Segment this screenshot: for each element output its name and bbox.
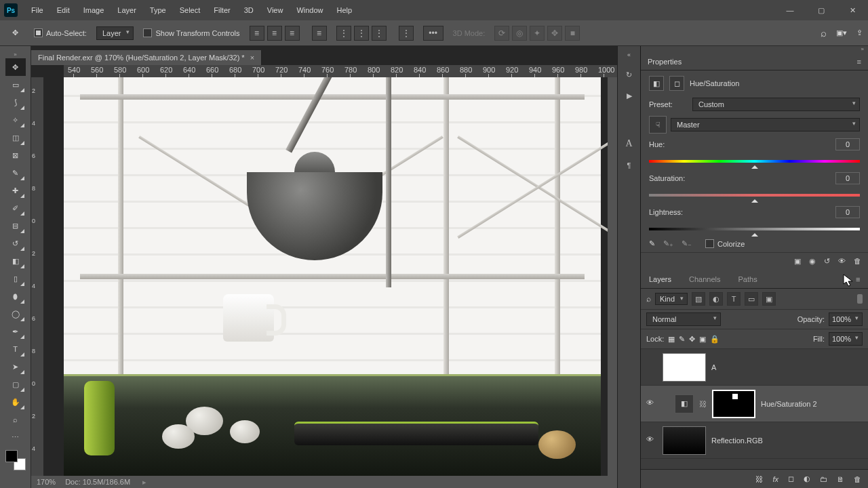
active-tool-icon[interactable]: ✥ — [5, 24, 24, 43]
screen-mode-icon[interactable]: ▣▾ — [836, 28, 847, 37]
distribute-bottom-icon[interactable]: ⋮ — [372, 26, 387, 41]
align-center-h-icon[interactable]: ≡ — [267, 26, 282, 41]
lock-position-icon[interactable]: ✥ — [689, 335, 695, 344]
tab-layers[interactable]: Layers — [641, 271, 679, 287]
clip-to-layer-icon[interactable]: ▣ — [794, 257, 801, 266]
tool-path-sel[interactable]: ➤ — [5, 358, 26, 375]
tool-spot-heal[interactable]: ✚ — [5, 182, 26, 199]
align-right-icon[interactable]: ≡ — [285, 26, 300, 41]
view-previous-icon[interactable]: ◉ — [809, 257, 816, 266]
fill-value[interactable]: 100% — [829, 332, 863, 346]
panels-collapse-icon[interactable]: » — [641, 46, 868, 53]
menu-image[interactable]: Image — [77, 3, 111, 17]
tab-channels[interactable]: Channels — [681, 271, 728, 287]
menu-type[interactable]: Type — [143, 3, 173, 17]
menu-select[interactable]: Select — [173, 3, 208, 17]
properties-panel-tab[interactable]: Properties≡ — [641, 53, 868, 70]
menu-file[interactable]: File — [24, 3, 50, 17]
tool-crop[interactable]: ◫ — [5, 129, 26, 146]
window-maximize-button[interactable]: ▢ — [806, 0, 837, 20]
tool-blur[interactable]: ⬮ — [5, 287, 26, 305]
align-top-icon[interactable]: ≡ — [312, 26, 327, 41]
ruler-vertical[interactable]: 246802468024 — [31, 77, 43, 476]
menu-3d[interactable]: 3D — [237, 3, 260, 17]
canvas[interactable] — [43, 77, 608, 476]
tool-eraser[interactable]: ◧ — [5, 252, 26, 270]
layer-fx-icon[interactable]: fx — [772, 475, 778, 483]
align-more-icon[interactable]: ••• — [423, 26, 443, 41]
distribute-v-icon[interactable]: ⋮ — [399, 26, 414, 41]
delete-layer-icon[interactable]: 🗑 — [854, 475, 861, 483]
hue-slider[interactable] — [649, 155, 860, 167]
mask-thumbnail[interactable] — [712, 390, 755, 418]
visibility-icon[interactable] — [646, 362, 657, 373]
link-icon[interactable]: ⛓ — [699, 400, 707, 408]
eyedropper-sub-icon[interactable]: ✎₋ — [682, 239, 692, 248]
menu-filter[interactable]: Filter — [207, 3, 237, 17]
filter-type-icon[interactable]: T — [727, 292, 741, 306]
filter-toggle[interactable] — [857, 294, 863, 304]
colorize-checkbox[interactable]: Colorize — [705, 239, 745, 248]
filter-kind-dropdown[interactable]: Kind — [655, 293, 688, 305]
color-swatches[interactable] — [5, 450, 26, 470]
tool-eyedropper[interactable]: ✎ — [5, 164, 26, 182]
layers-menu-icon[interactable]: ≡ — [848, 271, 864, 287]
eyedropper-icon[interactable]: ✎ — [649, 239, 655, 248]
distribute-center-icon[interactable]: ⋮ — [354, 26, 369, 41]
tool-history-brush[interactable]: ↺ — [5, 235, 26, 252]
toolbox-expand-icon[interactable]: » — [0, 52, 31, 58]
layer-name[interactable]: A — [711, 363, 716, 371]
opacity-value[interactable]: 100% — [829, 312, 863, 326]
menu-layer[interactable]: Layer — [111, 3, 143, 17]
targeted-adjust-icon[interactable]: ☟ — [649, 116, 667, 134]
link-layers-icon[interactable]: ⛓ — [755, 475, 763, 483]
lightness-value[interactable]: 0 — [835, 206, 860, 218]
tool-magic-wand[interactable]: ✧ — [5, 111, 26, 129]
lightness-slider[interactable] — [649, 223, 860, 235]
filter-smart-icon[interactable]: ▣ — [762, 292, 776, 306]
preset-dropdown[interactable]: Custom — [692, 98, 860, 111]
channel-dropdown[interactable]: Master — [671, 118, 860, 131]
layer-row[interactable]: A — [641, 349, 868, 386]
tool-dodge[interactable]: ◯ — [5, 305, 26, 323]
collapse-left-icon[interactable]: « — [627, 52, 631, 58]
new-group-icon[interactable]: 🗀 — [820, 475, 827, 483]
layer-thumbnail[interactable] — [663, 426, 706, 455]
menu-view[interactable]: View — [260, 3, 290, 17]
adjustment-thumbnail[interactable]: ◧ — [675, 394, 694, 413]
hue-value[interactable]: 0 — [835, 138, 860, 150]
menu-help[interactable]: Help — [330, 3, 359, 17]
saturation-slider[interactable] — [649, 189, 860, 201]
tool-hand[interactable]: ✋ — [5, 393, 26, 411]
zoom-readout[interactable]: 170% — [37, 478, 56, 486]
history-panel-icon[interactable]: ↻ — [626, 70, 632, 79]
menu-window[interactable]: Window — [290, 3, 330, 17]
info-chevron-icon[interactable]: ▸ — [142, 478, 146, 487]
lock-paint-icon[interactable]: ✎ — [679, 335, 685, 344]
lock-artboard-icon[interactable]: ▣ — [699, 335, 706, 344]
close-tab-icon[interactable]: × — [250, 54, 254, 62]
menu-edit[interactable]: Edit — [50, 3, 77, 17]
blend-mode-dropdown[interactable]: Normal — [646, 312, 721, 326]
actions-panel-icon[interactable]: ▶ — [627, 92, 632, 100]
ruler-horizontal[interactable]: 5405605806006206406606807007207407607808… — [64, 65, 617, 77]
visibility-icon[interactable]: 👁 — [646, 435, 657, 446]
layer-name[interactable]: Hue/Saturation 2 — [761, 400, 817, 408]
tool-rect-marquee[interactable]: ▭ — [5, 76, 26, 94]
eyedropper-add-icon[interactable]: ✎₊ — [663, 239, 673, 248]
lock-pixels-icon[interactable]: ▦ — [668, 335, 675, 344]
docsize-readout[interactable]: Doc: 10.5M/186.6M — [65, 478, 130, 486]
tool-frame[interactable]: ⊠ — [5, 146, 26, 164]
search-icon[interactable]: ⌕ — [821, 27, 827, 39]
tab-paths[interactable]: Paths — [730, 271, 766, 287]
filter-shape-icon[interactable]: ▭ — [745, 292, 758, 306]
align-left-icon[interactable]: ≡ — [250, 26, 264, 41]
tool-move[interactable]: ✥ — [5, 58, 26, 76]
tool-more[interactable]: ⋯ — [5, 428, 26, 446]
visibility-icon[interactable]: 👁 — [646, 399, 657, 409]
vertical-scrollbar[interactable] — [608, 77, 617, 476]
distribute-top-icon[interactable]: ⋮ — [336, 26, 351, 41]
auto-select-checkbox[interactable]: Auto-Select: — [34, 28, 87, 37]
new-layer-icon[interactable]: 🗎 — [837, 475, 844, 483]
layer-thumbnail[interactable] — [663, 353, 706, 382]
